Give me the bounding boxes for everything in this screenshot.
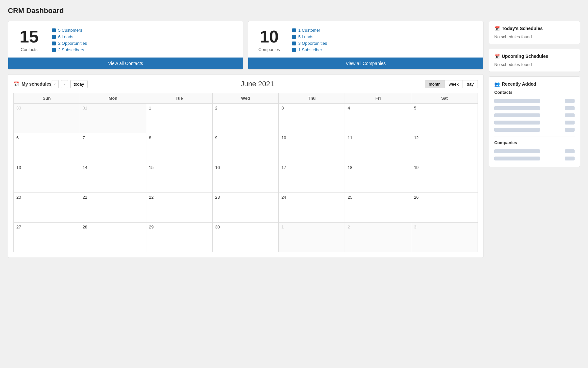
recently-company-name-1 <box>494 157 540 160</box>
contacts-subscribers-dot <box>52 48 56 52</box>
calendar-month-view-button[interactable]: month <box>425 80 445 88</box>
cal-header-thu: Thu <box>279 93 345 103</box>
companies-customer-text: 1 Customer <box>298 28 320 33</box>
upcoming-schedules-panel: 📅 Upcoming Schedules No schedules found <box>489 49 580 72</box>
cal-cell-w3-d6[interactable]: 26 <box>411 193 478 222</box>
contacts-subscribers-text: 2 Subscribers <box>58 47 84 52</box>
calendar-header: 📅 My schedules ‹ › today June 2021 month <box>13 80 478 88</box>
cal-date-w3-d0: 20 <box>16 195 21 200</box>
cal-header-mon: Mon <box>80 93 146 103</box>
recently-company-item-0[interactable] <box>494 148 575 155</box>
cal-date-w2-d0: 13 <box>16 165 21 170</box>
cal-cell-w0-d3[interactable]: 2 <box>213 104 279 133</box>
cal-cell-w2-d6[interactable]: 19 <box>411 163 478 192</box>
calendar-day-view-button[interactable]: day <box>463 80 478 88</box>
cal-cell-w3-d5[interactable]: 25 <box>345 193 411 222</box>
cal-cell-w0-d4[interactable]: 3 <box>279 104 345 133</box>
cal-cell-w1-d2[interactable]: 8 <box>146 133 213 163</box>
companies-leads-link[interactable]: 5 Leads <box>292 34 327 39</box>
cal-cell-w1-d0[interactable]: 6 <box>14 133 80 163</box>
cal-cell-w2-d5[interactable]: 18 <box>345 163 411 192</box>
calendar-today-button[interactable]: today <box>70 80 88 88</box>
calendar-week-view-button[interactable]: week <box>445 80 463 88</box>
cal-cell-w3-d2[interactable]: 22 <box>146 193 213 222</box>
recently-contact-name-2 <box>494 113 540 117</box>
cal-date-w1-d2: 8 <box>149 135 151 140</box>
cal-cell-w2-d0[interactable]: 13 <box>14 163 80 192</box>
cal-cell-w4-d5[interactable]: 2 <box>345 223 411 252</box>
todays-schedules-panel: 📅 Today's Schedules No schedules found <box>489 21 580 44</box>
cal-cell-w2-d1[interactable]: 14 <box>80 163 146 192</box>
cal-cell-w4-d3[interactable]: 30 <box>213 223 279 252</box>
cal-cell-w0-d0[interactable]: 30 <box>14 104 80 133</box>
recently-companies-label: Companies <box>494 140 575 145</box>
calendar-card: 📅 My schedules ‹ › today June 2021 month <box>8 74 483 258</box>
cal-cell-w4-d2[interactable]: 29 <box>146 223 213 252</box>
companies-opportunities-link[interactable]: 3 Opportunities <box>292 41 327 46</box>
recently-company-badge-0 <box>565 149 575 153</box>
contacts-customers-dot <box>52 28 56 32</box>
companies-subscriber-text: 1 Subscriber <box>298 47 322 52</box>
view-all-companies-button[interactable]: View all Companies <box>248 58 483 69</box>
recently-companies-list <box>494 148 575 162</box>
cal-cell-w1-d5[interactable]: 11 <box>345 133 411 163</box>
recently-company-item-1[interactable] <box>494 155 575 162</box>
recently-contact-item-4[interactable] <box>494 126 575 133</box>
cal-cell-w0-d6[interactable]: 5 <box>411 104 478 133</box>
cal-date-w0-d4: 3 <box>281 106 284 110</box>
recently-contact-item-1[interactable] <box>494 105 575 112</box>
right-column: 📅 Today's Schedules No schedules found 📅… <box>489 21 580 167</box>
cal-cell-w1-d4[interactable]: 10 <box>279 133 345 163</box>
cal-cell-w1-d3[interactable]: 9 <box>213 133 279 163</box>
recently-contact-item-3[interactable] <box>494 119 575 126</box>
cal-date-w1-d6: 12 <box>414 135 418 140</box>
cal-cell-w4-d6[interactable]: 3 <box>411 223 478 252</box>
contacts-subscribers-link[interactable]: 2 Subscribers <box>52 47 87 52</box>
calendar-grid: Sun Mon Tue Wed Thu Fri Sat 303112345678… <box>13 93 478 252</box>
cal-cell-w4-d1[interactable]: 28 <box>80 223 146 252</box>
cal-date-w3-d6: 26 <box>414 195 418 200</box>
cal-cell-w4-d4[interactable]: 1 <box>279 223 345 252</box>
cal-cell-w0-d2[interactable]: 1 <box>146 104 213 133</box>
cal-cell-w0-d5[interactable]: 4 <box>345 104 411 133</box>
todays-schedules-icon: 📅 <box>494 26 500 31</box>
contacts-leads-link[interactable]: 6 Leads <box>52 34 87 39</box>
cal-cell-w3-d1[interactable]: 21 <box>80 193 146 222</box>
cal-cell-w4-d0[interactable]: 27 <box>14 223 80 252</box>
cal-cell-w0-d1[interactable]: 31 <box>80 104 146 133</box>
calendar-section-title: My schedules <box>22 81 52 87</box>
recently-contact-item-2[interactable] <box>494 112 575 119</box>
companies-subscriber-link[interactable]: 1 Subscriber <box>292 47 327 52</box>
contacts-opportunities-text: 2 Opportunities <box>58 41 87 46</box>
cal-date-w1-d3: 9 <box>215 135 218 140</box>
cal-cell-w3-d0[interactable]: 20 <box>14 193 80 222</box>
companies-customer-link[interactable]: 1 Customer <box>292 28 327 33</box>
cal-date-w4-d5: 2 <box>348 225 350 229</box>
recently-contact-item-0[interactable] <box>494 97 575 105</box>
cal-cell-w2-d4[interactable]: 17 <box>279 163 345 192</box>
recently-contact-name-1 <box>494 106 540 110</box>
contacts-customers-text: 5 Customers <box>58 28 82 33</box>
cal-date-w0-d3: 2 <box>215 106 218 110</box>
contacts-customers-link[interactable]: 5 Customers <box>52 28 87 33</box>
cal-cell-w1-d6[interactable]: 12 <box>411 133 478 163</box>
calendar-title-section: 📅 My schedules <box>13 81 52 87</box>
cal-cell-w3-d3[interactable]: 23 <box>213 193 279 222</box>
recently-added-icon: 👥 <box>494 81 500 87</box>
contacts-opportunities-link[interactable]: 2 Opportunities <box>52 41 87 46</box>
cal-cell-w2-d3[interactable]: 16 <box>213 163 279 192</box>
recently-company-name-0 <box>494 149 540 153</box>
cal-cell-w3-d4[interactable]: 24 <box>279 193 345 222</box>
calendar-next-button[interactable]: › <box>61 80 68 88</box>
recently-added-title: 👥 Recently Added <box>494 81 575 87</box>
cal-date-w3-d1: 21 <box>83 195 87 200</box>
cal-date-w0-d1: 31 <box>83 106 87 110</box>
recently-contact-badge-1 <box>565 106 575 110</box>
calendar-prev-button[interactable]: ‹ <box>52 80 59 88</box>
recently-contacts-list <box>494 97 575 133</box>
cal-date-w4-d0: 27 <box>16 225 21 229</box>
cal-date-w1-d1: 7 <box>83 135 85 140</box>
cal-cell-w1-d1[interactable]: 7 <box>80 133 146 163</box>
cal-cell-w2-d2[interactable]: 15 <box>146 163 213 192</box>
view-all-contacts-button[interactable]: View all Contacts <box>8 58 243 69</box>
